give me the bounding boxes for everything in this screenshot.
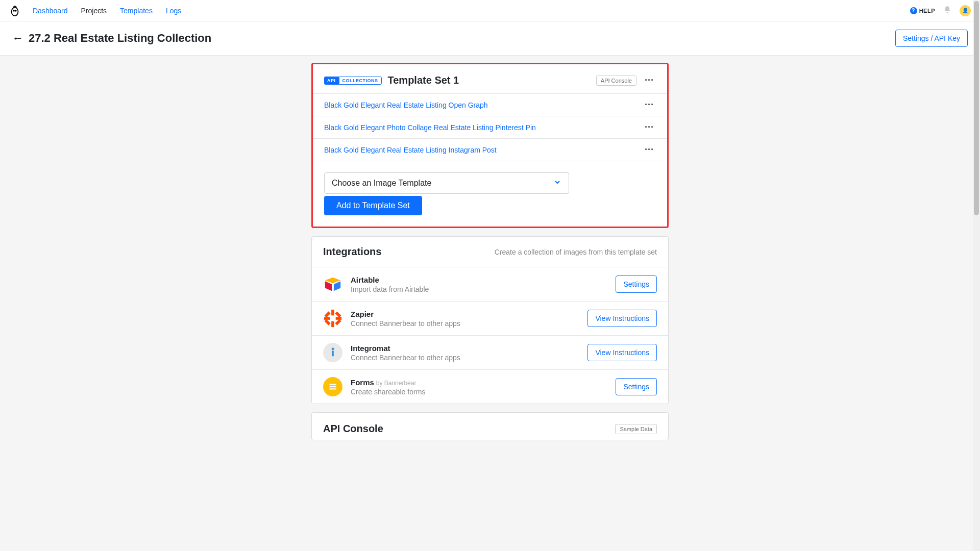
page-header: ← 27.2 Real Estate Listing Collection Se… (0, 21, 980, 56)
nav-links: Dashboard Projects Templates Logs (33, 7, 181, 15)
add-to-template-set-button[interactable]: Add to Template Set (324, 196, 422, 215)
integrations-subtitle: Create a collection of images from this … (495, 248, 657, 256)
integration-action-button[interactable]: Settings (616, 276, 657, 293)
api-console-button[interactable]: API Console (596, 76, 636, 86)
svg-rect-17 (329, 386, 336, 387)
svg-rect-9 (336, 317, 341, 320)
template-link[interactable]: Black Gold Elegant Photo Collage Real Es… (324, 123, 643, 132)
integration-action-button[interactable]: View Instructions (587, 344, 657, 361)
integration-name: Zapier (351, 310, 579, 318)
svg-rect-13 (335, 319, 341, 325)
integration-desc: Connect Bannerbear to other apps (351, 319, 579, 328)
template-set-card: API COLLECTIONS Template Set 1 API Conso… (311, 63, 669, 228)
more-icon[interactable]: ··· (643, 122, 656, 133)
nav-dashboard[interactable]: Dashboard (33, 7, 68, 15)
api-console-title: API Console (323, 423, 383, 435)
nav-templates[interactable]: Templates (120, 7, 153, 15)
svg-rect-8 (324, 317, 330, 320)
integration-desc: Create shareable forms (351, 388, 607, 396)
integrations-card: Integrations Create a collection of imag… (311, 236, 669, 404)
integration-action-button[interactable]: View Instructions (587, 310, 657, 327)
svg-marker-4 (325, 281, 332, 291)
page-title: 27.2 Real Estate Listing Collection (29, 32, 211, 45)
integration-name: Integromat (351, 344, 579, 353)
more-icon[interactable]: ··· (643, 99, 656, 110)
integration-name: Airtable (351, 276, 607, 284)
integration-desc: Connect Bannerbear to other apps (351, 354, 579, 362)
svg-rect-16 (329, 384, 336, 385)
more-icon[interactable]: ··· (643, 144, 656, 155)
template-row: Black Gold Elegant Photo Collage Real Es… (313, 116, 667, 138)
svg-rect-15 (332, 350, 334, 356)
integration-name: Forms (351, 378, 374, 387)
integration-row-integromat: Integromat Connect Bannerbear to other a… (312, 335, 668, 369)
integration-action-button[interactable]: Settings (616, 378, 657, 395)
zapier-icon (323, 309, 342, 328)
svg-rect-12 (325, 319, 331, 325)
more-icon[interactable]: ··· (643, 75, 656, 86)
airtable-icon (323, 274, 342, 294)
main-content: API COLLECTIONS Template Set 1 API Conso… (0, 56, 980, 551)
logo-icon[interactable] (9, 5, 20, 16)
integration-desc: Import data from Airtable (351, 285, 607, 293)
scrollbar-thumb[interactable] (974, 1, 979, 215)
svg-point-2 (15, 10, 16, 11)
template-link[interactable]: Black Gold Elegant Real Estate Listing O… (324, 101, 643, 109)
forms-icon (323, 377, 342, 396)
template-row: Black Gold Elegant Real Estate Listing I… (313, 138, 667, 161)
svg-rect-6 (331, 310, 334, 315)
svg-rect-7 (331, 321, 334, 327)
api-console-card: API Console Sample Data (311, 412, 669, 440)
nav-logs[interactable]: Logs (166, 7, 181, 15)
help-link[interactable]: ? HELP (910, 7, 935, 14)
back-arrow-icon[interactable]: ← (12, 32, 23, 45)
template-link[interactable]: Black Gold Elegant Real Estate Listing I… (324, 146, 643, 154)
select-placeholder: Choose an Image Template (332, 179, 431, 188)
svg-point-1 (13, 10, 14, 11)
integration-row-forms: Forms by Bannerbear Create shareable for… (312, 369, 668, 404)
svg-rect-10 (325, 311, 331, 317)
svg-marker-5 (334, 281, 340, 291)
svg-rect-11 (335, 311, 341, 317)
sample-data-button[interactable]: Sample Data (615, 424, 657, 434)
template-row: Black Gold Elegant Real Estate Listing O… (313, 93, 667, 116)
nav-projects[interactable]: Projects (81, 7, 107, 15)
svg-rect-18 (329, 388, 336, 389)
help-icon: ? (910, 7, 917, 14)
integration-by: by Bannerbear (376, 380, 416, 387)
integrations-title: Integrations (323, 246, 381, 258)
help-label: HELP (919, 8, 935, 14)
template-set-title: Template Set 1 (388, 74, 459, 86)
settings-api-key-button[interactable]: Settings / API Key (895, 30, 968, 47)
integration-row-airtable: Airtable Import data from Airtable Setti… (312, 267, 668, 301)
api-collections-badge: API COLLECTIONS (324, 77, 382, 85)
avatar[interactable]: 👤 (960, 5, 971, 16)
svg-point-14 (332, 347, 334, 350)
integration-row-zapier: Zapier Connect Bannerbear to other apps … (312, 301, 668, 335)
bell-icon[interactable] (943, 6, 951, 15)
image-template-select[interactable]: Choose an Image Template (324, 172, 569, 194)
top-nav: Dashboard Projects Templates Logs ? HELP… (0, 0, 980, 21)
chevron-down-icon (553, 178, 561, 188)
integromat-icon (323, 343, 342, 362)
svg-point-0 (12, 7, 18, 16)
scrollbar[interactable] (973, 0, 980, 551)
